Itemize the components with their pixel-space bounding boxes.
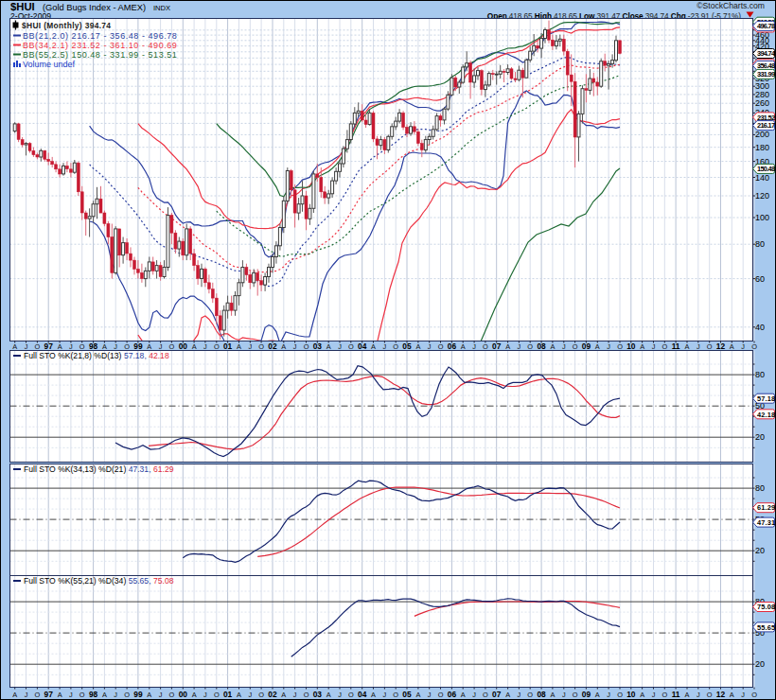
svg-text:O: O	[573, 342, 578, 351]
svg-text:A: A	[640, 342, 644, 351]
svg-text:O: O	[751, 691, 757, 699]
svg-text:O: O	[304, 342, 309, 351]
svg-text:07: 07	[492, 341, 502, 351]
svg-text:A: A	[281, 342, 286, 351]
svg-text:A: A	[685, 691, 690, 699]
svg-text:A: A	[550, 691, 555, 699]
svg-text:A: A	[371, 342, 376, 351]
svg-text:J: J	[159, 691, 163, 699]
svg-text:A: A	[192, 342, 197, 351]
svg-text:00: 00	[179, 341, 188, 351]
svg-text:04: 04	[358, 341, 367, 351]
svg-text:80: 80	[755, 239, 765, 249]
svg-text:J: J	[159, 342, 163, 351]
svg-text:04: 04	[358, 690, 367, 699]
svg-text:J: J	[248, 691, 252, 699]
svg-text:J: J	[25, 691, 28, 699]
svg-text:03: 03	[313, 690, 323, 699]
svg-text:J: J	[383, 342, 387, 351]
svg-text:O: O	[527, 691, 533, 699]
svg-text:08: 08	[537, 341, 546, 351]
svg-text:09: 09	[582, 690, 591, 699]
svg-text:J: J	[607, 342, 610, 351]
svg-text:06: 06	[448, 690, 457, 699]
svg-text:05: 05	[402, 341, 412, 351]
svg-text:J: J	[248, 342, 252, 351]
svg-text:A: A	[237, 691, 241, 699]
svg-text:A: A	[12, 342, 17, 351]
svg-text:J: J	[652, 342, 656, 351]
svg-text:(Gold Bugs Index - AMEX): (Gold Bugs Index - AMEX)	[43, 3, 146, 12]
svg-text:O: O	[258, 342, 264, 351]
svg-text:O: O	[348, 342, 354, 351]
svg-text:J: J	[697, 342, 700, 351]
svg-text:J: J	[562, 691, 566, 699]
svg-text:100: 100	[755, 213, 769, 222]
svg-text:08: 08	[537, 690, 546, 699]
svg-text:A: A	[461, 691, 466, 699]
svg-text:O: O	[169, 342, 175, 351]
svg-text:A: A	[12, 691, 17, 699]
svg-text:O: O	[169, 691, 175, 699]
svg-text:A: A	[415, 691, 420, 699]
svg-text:J: J	[293, 342, 297, 351]
svg-text:150.48: 150.48	[757, 165, 775, 173]
svg-text:O: O	[304, 691, 309, 699]
svg-text:A: A	[595, 342, 600, 351]
svg-text:A: A	[326, 342, 331, 351]
svg-text:O: O	[661, 691, 667, 699]
svg-text:11: 11	[672, 690, 680, 699]
svg-text:20: 20	[755, 546, 765, 555]
svg-text:J: J	[338, 691, 342, 699]
svg-text:260: 260	[755, 98, 769, 108]
svg-text:O: O	[35, 342, 41, 351]
svg-text:97: 97	[44, 690, 54, 699]
svg-text:O: O	[124, 691, 130, 699]
svg-text:O: O	[751, 342, 757, 351]
svg-text:A: A	[415, 342, 420, 351]
svg-text:20: 20	[755, 432, 765, 442]
svg-text:Full STO %K(34,13) %D(21) 47.3: Full STO %K(34,13) %D(21) 47.31, 61.29	[24, 464, 174, 474]
svg-text:O: O	[617, 691, 623, 699]
svg-text:J: J	[697, 691, 700, 699]
svg-text:12: 12	[716, 690, 726, 699]
svg-text:A: A	[371, 691, 376, 699]
svg-text:57.18: 57.18	[757, 394, 775, 403]
svg-text:O: O	[79, 691, 85, 699]
svg-text:10: 10	[626, 690, 636, 699]
svg-text:O: O	[527, 342, 533, 351]
svg-text:60: 60	[755, 274, 765, 284]
svg-text:A: A	[685, 342, 690, 351]
svg-text:42.18: 42.18	[757, 411, 775, 419]
svg-text:98: 98	[89, 690, 98, 699]
svg-text:BB(55,2.5) 150.48 - 331.99 - 5: BB(55,2.5) 150.48 - 331.99 - 513.51	[23, 50, 177, 60]
svg-text:80: 80	[755, 483, 765, 493]
svg-text:A: A	[147, 342, 151, 351]
svg-text:J: J	[69, 342, 73, 351]
svg-text:05: 05	[402, 690, 412, 699]
svg-text:©StockCharts.com: ©StockCharts.com	[697, 1, 765, 10]
svg-text:A: A	[550, 342, 555, 351]
svg-text:496.78: 496.78	[757, 22, 775, 30]
svg-text:120: 120	[755, 191, 769, 201]
svg-text:J: J	[607, 691, 610, 699]
svg-text:O: O	[214, 691, 220, 699]
svg-text:J: J	[203, 342, 207, 351]
svg-text:98: 98	[89, 341, 98, 351]
svg-text:40: 40	[755, 323, 765, 332]
svg-text:O: O	[707, 342, 713, 351]
svg-text:02: 02	[268, 341, 277, 351]
svg-text:O: O	[661, 342, 667, 351]
svg-text:A: A	[102, 691, 107, 699]
svg-text:J: J	[428, 691, 432, 699]
svg-text:O: O	[617, 342, 623, 351]
svg-text:J: J	[69, 691, 73, 699]
svg-text:J: J	[114, 691, 117, 699]
svg-text:O: O	[124, 342, 130, 351]
svg-text:A: A	[192, 691, 197, 699]
svg-text:20: 20	[755, 659, 765, 669]
svg-text:J: J	[472, 342, 476, 351]
svg-text:01: 01	[223, 690, 233, 699]
svg-text:03: 03	[313, 341, 323, 351]
svg-text:J: J	[562, 342, 566, 351]
